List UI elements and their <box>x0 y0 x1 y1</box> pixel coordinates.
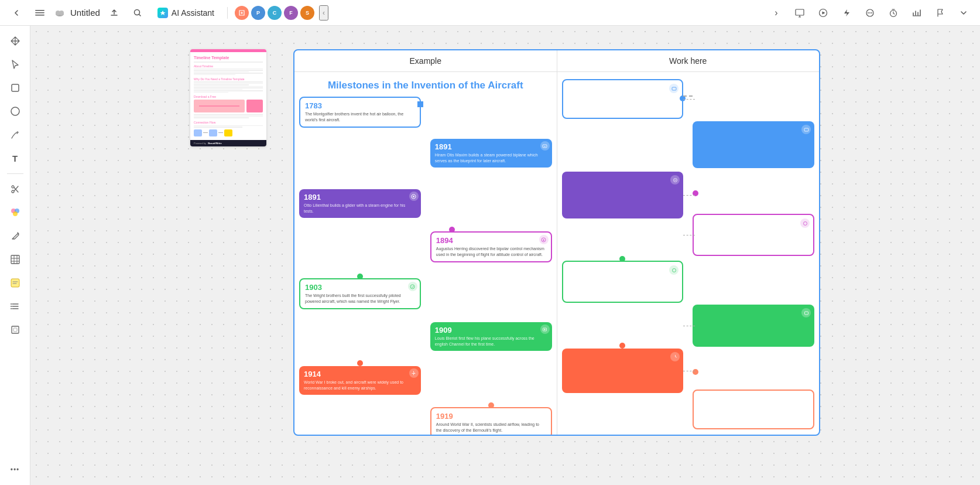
svg-point-25 <box>11 308 12 309</box>
node-1894[interactable]: 1894 Augustus Herring discovered the bip… <box>430 231 552 262</box>
section1-label: About Timeline <box>194 64 263 68</box>
work-node-2[interactable] <box>693 121 814 168</box>
plugin-2[interactable]: P <box>251 6 265 20</box>
ai-assistant-label: AI Assistant <box>172 8 214 18</box>
chat-button[interactable] <box>861 4 879 22</box>
sidebar-ellipse-tool[interactable] <box>5 101 26 122</box>
sidebar-more-tool[interactable]: ••• <box>5 459 26 480</box>
svg-rect-26 <box>12 326 19 333</box>
template-content: Timeline Template About Timeline Why Do … <box>190 52 266 140</box>
sidebar-marker-tool[interactable] <box>5 226 26 247</box>
node-1914[interactable]: 1914 World War I broke out, and aircraft… <box>299 366 421 395</box>
work-node-5[interactable] <box>562 261 684 303</box>
plugin-1[interactable] <box>235 6 249 20</box>
timeline-layout: 1783 The Montgolfier brothers invent the… <box>299 97 552 404</box>
work-right-column <box>688 79 814 428</box>
svg-rect-27 <box>13 328 17 332</box>
sidebar-divider-1 <box>7 173 23 174</box>
template-page-1[interactable]: Timeline Template About Timeline Why Do … <box>190 49 266 146</box>
lightning-button[interactable] <box>837 4 856 22</box>
top-bar-left: Untitled AI Assistant P C F <box>7 4 762 22</box>
line1 <box>194 62 263 63</box>
plugin-4[interactable]: F <box>284 6 298 20</box>
svg-rect-22 <box>11 279 19 287</box>
svg-rect-35 <box>804 128 808 131</box>
sidebar-color-tool[interactable] <box>5 202 26 223</box>
dual-panel-frame: Example Work here Milestones in the Inve… <box>293 49 820 436</box>
svg-point-23 <box>11 303 12 305</box>
svg-point-12 <box>871 12 872 13</box>
svg-point-34 <box>672 268 676 272</box>
timeline-title: Milestones in the Invention of the Aircr… <box>299 79 552 92</box>
svg-point-20 <box>13 211 18 216</box>
back-button[interactable] <box>7 4 26 22</box>
example-panel-body: Milestones in the Invention of the Aircr… <box>294 72 557 435</box>
node-1919[interactable]: 1919 Around World War II, scientists stu… <box>430 407 552 435</box>
divider <box>227 7 228 19</box>
svg-rect-32 <box>672 87 676 90</box>
left-column: 1783 The Montgolfier brothers invent the… <box>299 97 426 404</box>
work-node-4[interactable] <box>693 214 814 256</box>
node-1909[interactable]: 1909 Louis Bleriot first flew his plane … <box>430 322 552 351</box>
work-node-8[interactable] <box>693 390 814 429</box>
chart-button[interactable] <box>907 4 926 22</box>
right-column: 1891 Hiram Otis Maxim builds a steam pow… <box>426 97 552 404</box>
top-bar-right: › <box>767 4 973 22</box>
work-node-1[interactable] <box>562 79 684 119</box>
template-footer: Powered by BeautifWrite <box>190 140 266 146</box>
plugins-expand-button[interactable]: ‹ <box>319 5 328 21</box>
search-button[interactable] <box>128 4 147 22</box>
sidebar-move-tool[interactable] <box>5 30 26 52</box>
svg-point-15 <box>11 107 19 115</box>
svg-rect-14 <box>12 84 19 91</box>
svg-rect-0 <box>35 10 44 11</box>
upload-button[interactable] <box>105 4 124 22</box>
ai-assistant-button[interactable]: AI Assistant <box>152 5 220 21</box>
expand-button[interactable]: › <box>767 4 786 22</box>
sidebar-text-tool[interactable]: T <box>5 148 26 169</box>
cloud-icon <box>54 7 66 19</box>
sidebar-table-tool[interactable] <box>5 249 26 270</box>
plugin-3[interactable]: C <box>268 6 282 20</box>
node-1891b[interactable]: 1891 Otto Lilienthal builds a glider wit… <box>299 189 421 218</box>
sidebar-frame-tool[interactable] <box>5 319 26 340</box>
work-node-6[interactable] <box>693 305 814 347</box>
plugin-5[interactable]: S <box>300 6 314 20</box>
sidebar-sticky-tool[interactable] <box>5 272 26 293</box>
svg-point-24 <box>11 306 12 307</box>
play-button[interactable] <box>814 4 832 22</box>
node-1903[interactable]: 1903 The Wright brothers built the first… <box>299 278 421 309</box>
work-panel-header: Work here <box>557 50 820 71</box>
work-left-column <box>562 79 688 428</box>
sidebar-list-tool[interactable] <box>5 296 26 317</box>
dot-1783 <box>417 101 423 107</box>
menu-button[interactable] <box>30 4 49 22</box>
canvas-area[interactable]: Timeline Template About Timeline Why Do … <box>30 26 980 485</box>
svg-point-36 <box>803 221 807 225</box>
left-sidebar: T ••• <box>0 26 30 485</box>
work-node-7[interactable] <box>562 349 684 393</box>
work-node-3[interactable] <box>562 172 684 218</box>
work-timeline-layout <box>562 79 815 428</box>
chevron-down-button[interactable] <box>954 4 973 22</box>
svg-rect-21 <box>11 255 19 264</box>
svg-point-10 <box>868 12 869 13</box>
node-1891a[interactable]: 1891 Hiram Otis Maxim builds a steam pow… <box>430 139 552 168</box>
flag-button[interactable] <box>931 4 950 22</box>
svg-rect-37 <box>804 312 808 315</box>
template-title-text: Timeline Template <box>194 56 263 60</box>
present-button[interactable] <box>790 4 809 22</box>
timer-button[interactable] <box>884 4 903 22</box>
svg-point-11 <box>869 12 871 13</box>
svg-rect-1 <box>35 12 44 13</box>
svg-point-28 <box>410 285 414 289</box>
sidebar-scissors-tool[interactable] <box>5 179 26 200</box>
node-1783[interactable]: 1783 The Montgolfier brothers invent the… <box>299 97 421 128</box>
svg-rect-29 <box>543 145 547 148</box>
sidebar-pointer-tool[interactable] <box>5 54 26 75</box>
sidebar-pen-tool[interactable] <box>5 124 26 145</box>
example-panel-header: Example <box>294 50 557 71</box>
svg-rect-7 <box>796 9 804 15</box>
top-bar: Untitled AI Assistant P C F <box>0 0 980 26</box>
sidebar-rectangle-tool[interactable] <box>5 77 26 98</box>
